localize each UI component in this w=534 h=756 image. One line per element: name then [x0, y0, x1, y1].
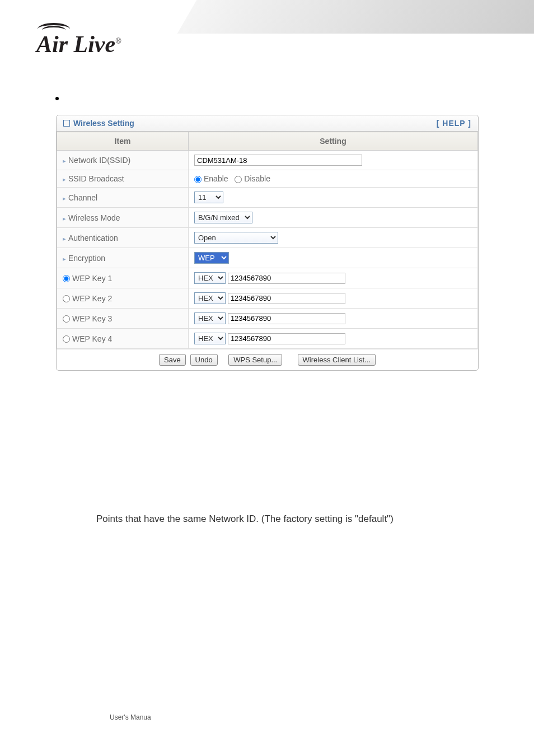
wep2-option[interactable]: WEP Key 2: [63, 294, 112, 303]
ssid-input[interactable]: [194, 155, 362, 166]
page-footer: User's Manua: [110, 713, 151, 721]
caret-icon: ▸: [63, 176, 66, 183]
table-row: ▸Authentication Open: [57, 228, 478, 248]
channel-select[interactable]: 11: [194, 192, 223, 203]
table-row: ▸Network ID(SSID): [57, 151, 478, 170]
table-row: ▸SSID Broadcast Enable Disable: [57, 170, 478, 188]
client-list-button[interactable]: Wireless Client List...: [298, 354, 376, 366]
ssid-label: Network ID(SSID): [68, 156, 130, 165]
wep4-option[interactable]: WEP Key 4: [63, 334, 112, 343]
caret-icon: ▸: [63, 235, 66, 242]
table-row: ▸Channel 11: [57, 188, 478, 208]
wep3-input[interactable]: [228, 313, 345, 324]
wep4-input[interactable]: [228, 333, 345, 344]
bullet-icon: [55, 97, 59, 100]
wep3-format-select[interactable]: HEX: [194, 312, 226, 324]
wep1-format-select[interactable]: HEX: [194, 272, 226, 284]
wep1-option[interactable]: WEP Key 1: [63, 274, 112, 283]
wep4-format-select[interactable]: HEX: [194, 333, 226, 344]
panel-icon: [63, 120, 70, 127]
broadcast-label: SSID Broadcast: [68, 174, 124, 183]
caret-icon: ▸: [63, 157, 66, 164]
table-row: WEP Key 2 HEX: [57, 288, 478, 309]
col-item: Item: [57, 132, 189, 151]
caret-icon: ▸: [63, 255, 66, 262]
mode-label: Wireless Mode: [68, 213, 120, 222]
panel-title: Wireless Setting: [73, 119, 134, 128]
mode-select[interactable]: B/G/N mixed: [194, 212, 252, 223]
caret-icon: ▸: [63, 215, 66, 222]
wep1-input[interactable]: [228, 273, 345, 284]
broadcast-enable-radio[interactable]: [194, 176, 202, 183]
wep2-input[interactable]: [228, 293, 345, 304]
table-row: WEP Key 3 HEX: [57, 309, 478, 329]
header-gradient: [177, 0, 534, 34]
settings-table: Item Setting ▸Network ID(SSID) ▸SSID Bro…: [57, 132, 478, 349]
undo-button[interactable]: Undo: [190, 354, 218, 366]
table-row: WEP Key 1 HEX: [57, 268, 478, 288]
auth-select[interactable]: Open: [194, 232, 278, 244]
brand-logo: Air Live®: [36, 31, 121, 58]
auth-label: Authentication: [68, 234, 118, 242]
wep2-radio[interactable]: [63, 295, 70, 302]
wep1-radio[interactable]: [63, 275, 70, 282]
broadcast-disable-option[interactable]: Disable: [235, 174, 270, 183]
caret-icon: ▸: [63, 195, 66, 202]
enc-label: Encryption: [68, 254, 105, 263]
table-row: WEP Key 4 HEX: [57, 329, 478, 349]
enc-select[interactable]: WEP: [194, 252, 229, 264]
button-row: Save Undo WPS Setup... Wireless Client L…: [57, 349, 478, 370]
wep2-format-select[interactable]: HEX: [194, 292, 226, 304]
broadcast-enable-option[interactable]: Enable: [194, 174, 228, 183]
wps-setup-button[interactable]: WPS Setup...: [228, 354, 282, 366]
broadcast-disable-radio[interactable]: [235, 176, 242, 183]
body-paragraph: Points that have the same Network ID. (T…: [96, 512, 488, 526]
wep3-radio[interactable]: [63, 315, 70, 323]
col-setting: Setting: [189, 132, 478, 151]
wireless-setting-panel: Wireless Setting [ HELP ] Item Setting ▸…: [56, 115, 479, 371]
channel-label: Channel: [68, 193, 97, 202]
wep4-radio[interactable]: [63, 335, 70, 343]
save-button[interactable]: Save: [159, 354, 186, 366]
help-link[interactable]: [ HELP ]: [437, 119, 471, 128]
table-row: ▸Encryption WEP: [57, 248, 478, 268]
wep3-option[interactable]: WEP Key 3: [63, 314, 112, 323]
panel-header: Wireless Setting [ HELP ]: [57, 115, 478, 132]
table-row: ▸Wireless Mode B/G/N mixed: [57, 208, 478, 228]
